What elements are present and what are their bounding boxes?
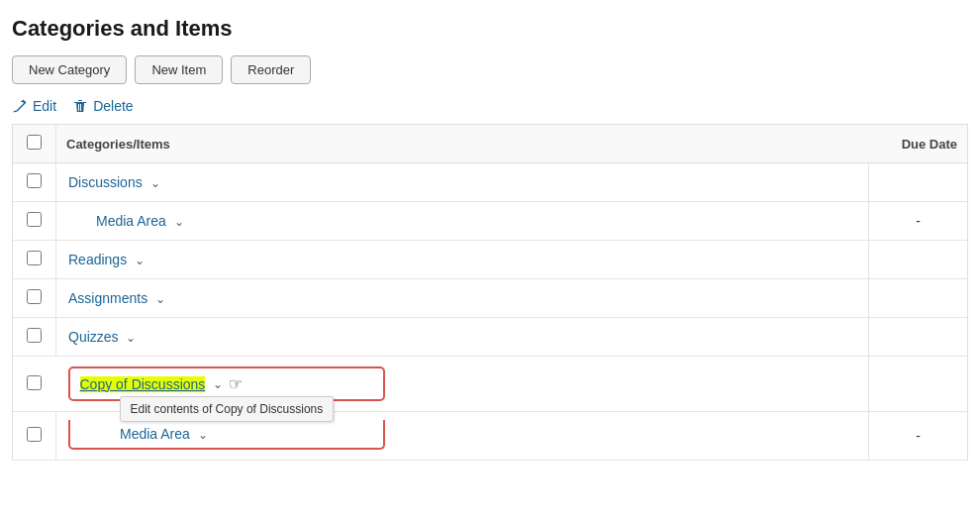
media-area-name-cell: Media Area ⌄ bbox=[56, 202, 869, 241]
readings-checkbox[interactable] bbox=[27, 251, 42, 265]
header-checkbox-cell bbox=[13, 125, 56, 163]
edit-icon bbox=[12, 98, 28, 114]
media-area-checkbox[interactable] bbox=[27, 212, 42, 227]
copy-media-area-link[interactable]: Media Area bbox=[120, 426, 190, 442]
discussions-checkbox[interactable] bbox=[27, 173, 42, 188]
assignments-chevron[interactable]: ⌄ bbox=[155, 292, 165, 306]
reorder-button[interactable]: Reorder bbox=[231, 55, 311, 84]
copy-discussions-row: Copy of Discussions ⌄ ☞ Edit contents of… bbox=[13, 357, 968, 412]
toolbar: New Category New Item Reorder bbox=[12, 55, 968, 84]
copy-media-chevron[interactable]: ⌄ bbox=[198, 428, 208, 442]
media-checkbox-cell bbox=[13, 202, 56, 241]
due-date-header: Due Date bbox=[869, 125, 968, 163]
table-row: Assignments ⌄ bbox=[13, 279, 968, 318]
table-header: Categories/Items Due Date bbox=[13, 125, 968, 163]
copy-media-area-due: - bbox=[869, 412, 968, 461]
edit-label: Edit bbox=[33, 98, 56, 114]
quizzes-checkbox-cell bbox=[13, 318, 56, 357]
assignments-link[interactable]: Assignments bbox=[68, 290, 147, 306]
new-item-button[interactable]: New Item bbox=[135, 55, 223, 84]
assignments-due bbox=[869, 279, 968, 318]
media-area-link[interactable]: Media Area bbox=[96, 213, 166, 229]
readings-chevron[interactable]: ⌄ bbox=[135, 254, 145, 267]
quizzes-due bbox=[869, 318, 968, 357]
page-title: Categories and Items bbox=[12, 16, 968, 42]
copy-discussions-checkbox[interactable] bbox=[27, 375, 42, 390]
readings-checkbox-cell bbox=[13, 241, 56, 279]
copy-discussions-highlighted-text: Copy of Discussions bbox=[80, 376, 206, 392]
delete-link[interactable]: Delete bbox=[72, 98, 133, 114]
readings-link[interactable]: Readings bbox=[68, 252, 127, 267]
discussions-name-cell: Discussions ⌄ bbox=[56, 163, 869, 202]
readings-due bbox=[869, 241, 968, 279]
action-bar: Edit Delete bbox=[12, 98, 968, 114]
copy-checkbox-cell bbox=[13, 357, 56, 412]
quizzes-name-cell: Quizzes ⌄ bbox=[56, 318, 869, 357]
media-area-chevron[interactable]: ⌄ bbox=[174, 215, 184, 229]
quizzes-checkbox[interactable] bbox=[27, 328, 42, 343]
cursor-hand-icon: ☞ bbox=[229, 374, 243, 393]
table-row: Readings ⌄ bbox=[13, 241, 968, 279]
edit-link[interactable]: Edit bbox=[12, 98, 56, 114]
copy-discussions-tooltip: Edit contents of Copy of Discussions bbox=[120, 396, 335, 422]
new-category-button[interactable]: New Category bbox=[12, 55, 127, 84]
media-area-due: - bbox=[869, 202, 968, 241]
copy-discussions-chevron[interactable]: ⌄ bbox=[213, 377, 223, 391]
delete-label: Delete bbox=[93, 98, 133, 114]
discussions-due bbox=[869, 163, 968, 202]
discussions-link[interactable]: Discussions bbox=[68, 174, 143, 190]
readings-name-cell: Readings ⌄ bbox=[56, 241, 869, 279]
categories-items-header: Categories/Items bbox=[56, 125, 869, 163]
assignments-checkbox-cell bbox=[13, 279, 56, 318]
row-checkbox-cell bbox=[13, 163, 56, 202]
page-container: Categories and Items New Category New It… bbox=[0, 0, 980, 476]
table-row: Quizzes ⌄ bbox=[13, 318, 968, 357]
table-row: Discussions ⌄ bbox=[13, 163, 968, 202]
copy-discussions-link[interactable]: Copy of Discussions bbox=[80, 376, 206, 392]
discussions-chevron[interactable]: ⌄ bbox=[150, 176, 160, 190]
delete-icon bbox=[72, 98, 88, 114]
assignments-checkbox[interactable] bbox=[27, 289, 42, 304]
table-row: Media Area ⌄ - bbox=[13, 202, 968, 241]
header-checkbox[interactable] bbox=[27, 135, 42, 150]
assignments-name-cell: Assignments ⌄ bbox=[56, 279, 869, 318]
categories-table: Categories/Items Due Date Discussions ⌄ bbox=[12, 124, 968, 461]
copy-media-checkbox-cell bbox=[13, 412, 56, 461]
copy-media-area-checkbox[interactable] bbox=[27, 427, 42, 442]
quizzes-link[interactable]: Quizzes bbox=[68, 329, 119, 345]
copy-discussions-due bbox=[869, 357, 968, 412]
copy-discussions-name-cell: Copy of Discussions ⌄ ☞ Edit contents of… bbox=[56, 357, 869, 412]
quizzes-chevron[interactable]: ⌄ bbox=[126, 331, 136, 345]
